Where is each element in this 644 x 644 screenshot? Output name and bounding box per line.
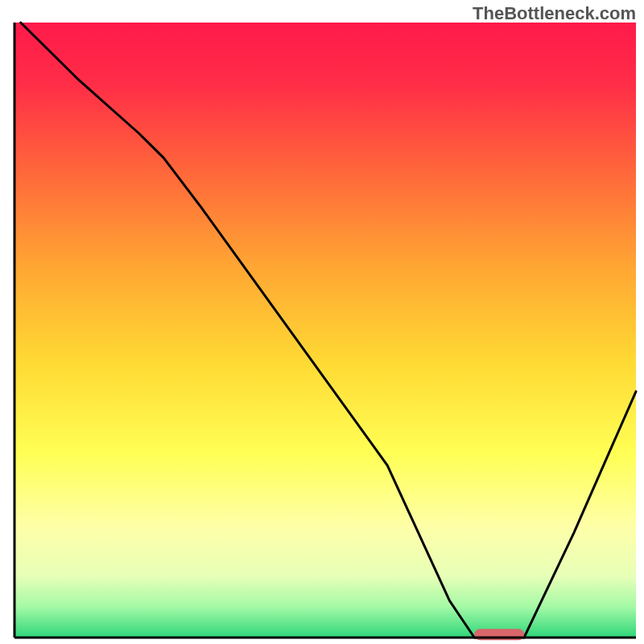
watermark-label: TheBottleneck.com	[473, 3, 636, 24]
bottleneck-chart	[0, 0, 644, 644]
chart-background	[14, 23, 636, 638]
chart-container: TheBottleneck.com	[0, 0, 644, 644]
